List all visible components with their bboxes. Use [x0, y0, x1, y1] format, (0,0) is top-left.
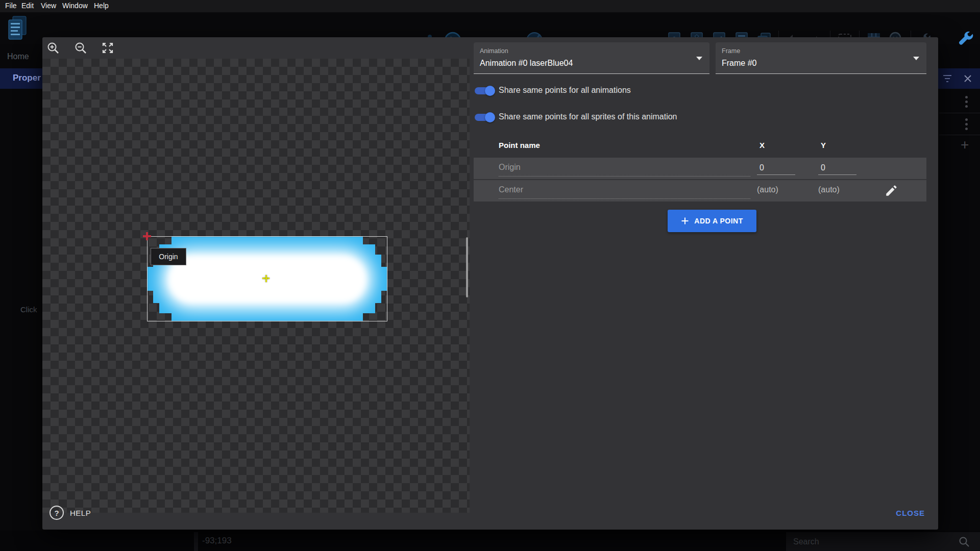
app-window: File Edit View Window Help PREVIEW: [0, 0, 980, 551]
frame-select-value: Frame #0: [722, 59, 756, 68]
search-icon: [959, 536, 970, 547]
menu-file[interactable]: File: [5, 2, 17, 10]
frame-select[interactable]: Frame Frame #0: [716, 42, 926, 74]
edit-pencil-icon[interactable]: [885, 184, 898, 197]
menu-help[interactable]: Help: [94, 2, 109, 10]
cursor-coordinates: -93;193: [202, 536, 232, 546]
help-button[interactable]: ? HELP: [50, 504, 91, 521]
origin-tooltip: Origin: [151, 248, 186, 265]
row-separator: [939, 135, 980, 135]
filter-icon[interactable]: [942, 74, 952, 83]
plus-icon: [681, 217, 689, 225]
origin-name-underline: [499, 176, 750, 177]
tab-home[interactable]: Home: [7, 52, 29, 61]
origin-x-input[interactable]: [757, 161, 795, 175]
sprite-preview-canvas[interactable]: Origin: [42, 59, 470, 513]
menu-edit[interactable]: Edit: [21, 2, 34, 10]
animation-select-label: Animation: [480, 47, 508, 55]
search-input[interactable]: [792, 535, 947, 548]
menu-bar: File Edit View Window Help: [0, 0, 980, 12]
sprite-image[interactable]: Origin: [147, 236, 387, 321]
column-header-point-name: Point name: [499, 141, 540, 149]
menu-window[interactable]: Window: [62, 2, 88, 10]
menu-view[interactable]: View: [41, 2, 56, 10]
share-points-all-sprites-toggle[interactable]: [475, 112, 502, 122]
close-x-icon[interactable]: [964, 74, 972, 83]
frame-select-label: Frame: [722, 47, 740, 55]
help-icon: ?: [50, 506, 64, 520]
add-row-plus-icon[interactable]: +: [961, 139, 969, 151]
help-label: HELP: [70, 509, 91, 517]
properties-tab-label: Proper: [13, 73, 41, 83]
add-a-point-button[interactable]: ADD A POINT: [668, 210, 756, 232]
point-name-center: Center: [499, 185, 523, 194]
column-header-x: X: [760, 141, 765, 149]
settings-wrench-icon[interactable]: [957, 29, 977, 49]
fit-to-screen-icon[interactable]: [101, 41, 114, 55]
share-points-all-animations-label: Share same points for all animations: [499, 86, 631, 95]
search-bar: [786, 532, 980, 551]
kebab-menu-icon[interactable]: [965, 96, 968, 98]
edit-points-dialog: Origin Animation Animation #0 laserBlue0…: [42, 37, 938, 530]
animation-select[interactable]: Animation Animation #0 laserBlue04: [474, 42, 709, 74]
background-hint-text: Click: [20, 305, 37, 314]
column-header-y: Y: [821, 141, 826, 149]
table-row-center: Center (auto) (auto): [474, 180, 926, 202]
row-separator: [939, 113, 980, 113]
status-divider: [194, 532, 198, 551]
preview-scrollbar[interactable]: [466, 237, 468, 297]
share-points-all-animations-toggle[interactable]: [475, 86, 502, 96]
center-name-underline: [499, 198, 750, 199]
point-name-origin: Origin: [499, 163, 521, 172]
zoom-in-icon[interactable]: [46, 41, 60, 55]
add-a-point-label: ADD A POINT: [694, 217, 743, 225]
table-row-origin: Origin: [474, 158, 926, 179]
origin-tooltip-label: Origin: [159, 253, 178, 261]
chevron-down-icon: [696, 57, 702, 60]
zoom-out-icon[interactable]: [74, 41, 87, 55]
chevron-down-icon: [913, 57, 919, 60]
animation-select-value: Animation #0 laserBlue04: [480, 59, 573, 68]
properties-panel-header: [938, 68, 980, 89]
share-points-all-sprites-label: Share same points for all sprites of thi…: [499, 112, 677, 121]
center-x-value: (auto): [757, 185, 778, 194]
kebab-menu-icon[interactable]: [965, 118, 968, 121]
tab-properties[interactable]: Proper: [0, 68, 43, 89]
status-bar: -93;193: [0, 531, 980, 551]
center-y-value: (auto): [818, 185, 840, 194]
origin-y-input[interactable]: [818, 161, 856, 175]
project-manager-icon[interactable]: [7, 15, 28, 41]
close-button[interactable]: CLOSE: [896, 509, 925, 517]
